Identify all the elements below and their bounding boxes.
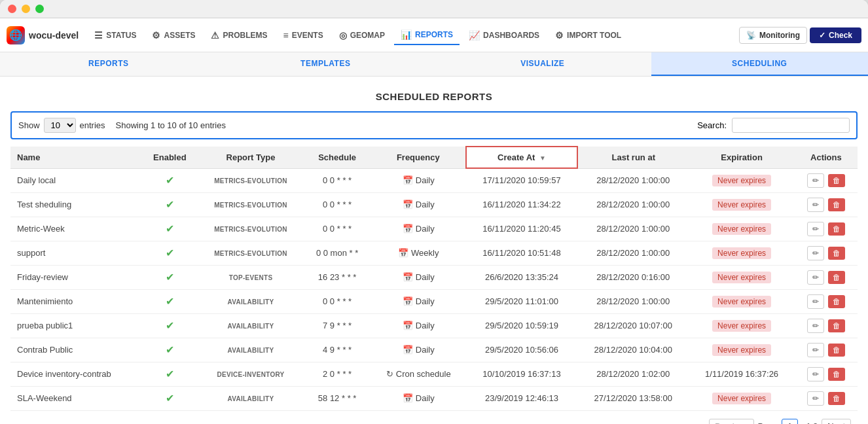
delete-button[interactable]: 🗑 xyxy=(828,295,845,308)
report-type-badge: METRICS-EVOLUTION xyxy=(214,250,287,257)
cell-schedule: 0 0 * * * xyxy=(304,168,371,192)
report-type-badge: AVAILABILITY xyxy=(228,347,274,354)
edit-button[interactable]: ✏ xyxy=(807,367,824,381)
pagination: Previous Page 1 of 2 Next xyxy=(10,411,858,425)
edit-button[interactable]: ✏ xyxy=(807,246,824,260)
cell-frequency: 📅 Weekly xyxy=(371,241,466,265)
cell-expiration: Never expires xyxy=(689,386,794,410)
entries-select[interactable]: 10 25 50 xyxy=(44,118,76,133)
report-type-badge: METRICS-EVOLUTION xyxy=(214,226,287,233)
table-row: Mantenimiento ✔ AVAILABILITY 0 0 * * * 📅… xyxy=(10,289,858,313)
edit-button[interactable]: ✏ xyxy=(807,391,824,406)
delete-button[interactable]: 🗑 xyxy=(828,344,845,357)
edit-button[interactable]: ✏ xyxy=(807,173,824,188)
cell-actions: ✏ 🗑 xyxy=(795,168,858,192)
cell-last-run: 28/12/2020 10:04:00 xyxy=(577,338,689,362)
col-create-at[interactable]: Create At ▼ xyxy=(466,147,577,168)
edit-button[interactable]: ✏ xyxy=(807,222,824,236)
frequency-label: Daily xyxy=(416,200,435,209)
tab-scheduling[interactable]: SCHEDULING xyxy=(651,52,869,76)
delete-button[interactable]: 🗑 xyxy=(828,174,845,187)
minimize-btn[interactable] xyxy=(22,5,30,13)
enabled-check-icon: ✔ xyxy=(166,199,174,210)
cell-actions: ✏ 🗑 xyxy=(795,338,858,362)
edit-button[interactable]: ✏ xyxy=(807,294,824,309)
nav-status[interactable]: ☰ STATUS xyxy=(88,26,143,44)
nav-dashboards[interactable]: 📈 DASHBOARDS xyxy=(462,26,546,44)
cell-expiration: 1/11/2019 16:37:26 xyxy=(689,362,794,386)
cell-report-type: TOP-EVENTS xyxy=(198,265,303,289)
tab-visualize[interactable]: VISUALIZE xyxy=(434,52,651,76)
col-frequency: Frequency xyxy=(371,147,466,168)
col-schedule: Schedule xyxy=(304,147,371,168)
maximize-btn[interactable] xyxy=(35,5,44,13)
nav-problems[interactable]: ⚠ PROBLEMS xyxy=(204,26,274,44)
nav-events[interactable]: ≡ EVENTS xyxy=(277,26,330,44)
edit-button[interactable]: ✏ xyxy=(807,198,824,212)
tab-templates[interactable]: TEMPLATES xyxy=(217,52,435,76)
delete-button[interactable]: 🗑 xyxy=(828,247,845,260)
cell-enabled: ✔ xyxy=(141,313,198,338)
cell-create-at: 29/5/2020 11:01:00 xyxy=(466,289,577,313)
nav-assets-label: ASSETS xyxy=(164,31,195,40)
search-area: Search: xyxy=(697,118,850,133)
next-button[interactable]: Next xyxy=(822,419,851,425)
search-input[interactable] xyxy=(732,118,850,133)
never-expires-badge: Never expires xyxy=(712,296,771,308)
cell-report-type: METRICS-EVOLUTION xyxy=(198,192,303,217)
delete-button[interactable]: 🗑 xyxy=(828,271,845,284)
cell-schedule: 0 0 * * * xyxy=(304,289,371,313)
reports-icon: 📊 xyxy=(401,29,412,40)
cell-name: Daily local xyxy=(10,168,141,192)
delete-button[interactable]: 🗑 xyxy=(828,222,845,236)
cell-enabled: ✔ xyxy=(141,386,198,410)
col-report-type: Report Type xyxy=(198,147,303,168)
tab-reports[interactable]: REPORTS xyxy=(0,52,217,76)
cell-actions: ✏ 🗑 xyxy=(795,362,858,386)
col-last-run: Last run at xyxy=(577,147,689,168)
nav-import-tool[interactable]: ⚙ IMPORT TOOL xyxy=(549,26,628,44)
col-name: Name xyxy=(10,147,141,168)
enabled-check-icon: ✔ xyxy=(166,296,174,307)
nav-assets[interactable]: ⚙ ASSETS xyxy=(145,26,202,44)
previous-button[interactable]: Previous xyxy=(709,419,754,425)
calendar-icon: 📅 xyxy=(403,200,413,209)
showing-text: Showing 1 to 10 of 10 entries xyxy=(116,120,226,130)
cell-schedule: 0 0 mon * * xyxy=(304,241,371,265)
cell-last-run: 28/12/2020 1:02:00 xyxy=(577,362,689,386)
problems-icon: ⚠ xyxy=(211,30,219,41)
nav-geomap[interactable]: ◎ GEOMAP xyxy=(333,26,391,44)
brand[interactable]: 🌐 wocu-devel xyxy=(7,26,79,44)
table-row: Device inventory-contrab ✔ DEVICE-INVENT… xyxy=(10,362,858,386)
delete-button[interactable]: 🗑 xyxy=(828,368,845,381)
cell-last-run: 28/12/2020 1:00:00 xyxy=(577,241,689,265)
never-expires-badge: Never expires xyxy=(712,199,771,211)
nav-reports[interactable]: 📊 REPORTS xyxy=(394,26,460,45)
cell-enabled: ✔ xyxy=(141,338,198,362)
delete-button[interactable]: 🗑 xyxy=(828,319,845,332)
cell-actions: ✏ 🗑 xyxy=(795,289,858,313)
calendar-icon: 📅 xyxy=(403,175,413,185)
app-window: 🌐 wocu-devel ☰ STATUS ⚙ ASSETS ⚠ PROBLEM… xyxy=(0,0,868,424)
cell-report-type: AVAILABILITY xyxy=(198,313,303,338)
calendar-icon: 📅 xyxy=(403,393,413,403)
edit-button[interactable]: ✏ xyxy=(807,319,824,333)
search-label: Search: xyxy=(697,120,727,130)
frequency-label: Daily xyxy=(416,296,435,306)
edit-button[interactable]: ✏ xyxy=(807,270,824,285)
frequency-label: Daily xyxy=(416,272,435,282)
calendar-icon: 📅 xyxy=(403,345,413,355)
close-btn[interactable] xyxy=(8,5,16,13)
monitoring-button[interactable]: 📡 Monitoring xyxy=(739,27,807,44)
import-tool-icon: ⚙ xyxy=(555,30,564,41)
delete-button[interactable]: 🗑 xyxy=(828,198,845,211)
nav-dashboards-label: DASHBOARDS xyxy=(483,31,539,40)
edit-button[interactable]: ✏ xyxy=(807,343,824,357)
current-page: 1 xyxy=(782,419,798,425)
calendar-icon: 📅 xyxy=(403,272,413,282)
delete-button[interactable]: 🗑 xyxy=(828,392,845,405)
cell-name: Device inventory-contrab xyxy=(10,362,141,386)
cell-name: Test sheduling xyxy=(10,192,141,217)
check-button[interactable]: ✓ Check xyxy=(810,27,861,43)
cell-create-at: 26/6/2020 13:35:24 xyxy=(466,265,577,289)
